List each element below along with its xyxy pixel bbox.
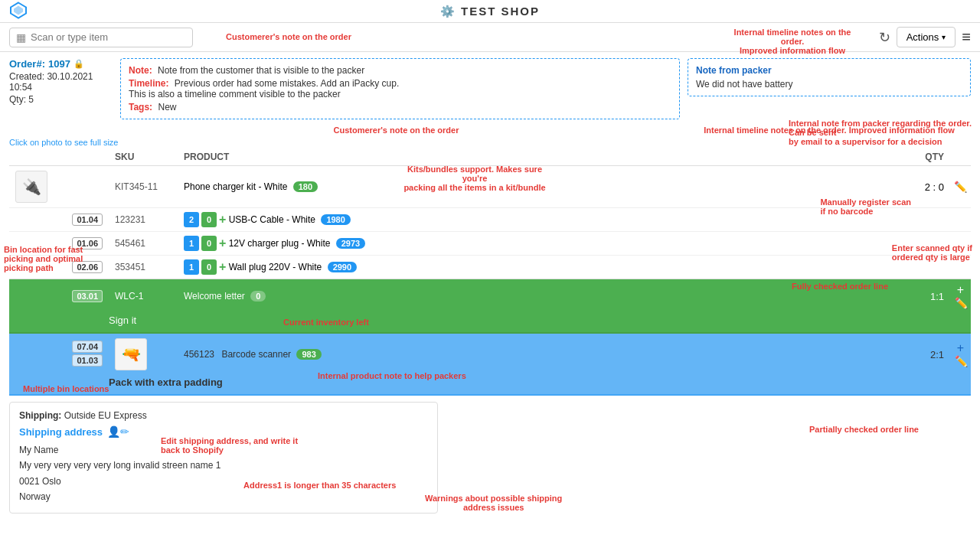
timeline-label: Timeline: [129, 78, 168, 89]
shipping-address-block: My Name My very very very very long inva… [19, 442, 428, 505]
sku-usbc: 123231 [109, 208, 178, 232]
badge-wall: 2990 [328, 262, 357, 272]
plus-usbc[interactable]: + [219, 213, 226, 227]
packer-note-text: We did not have battery [696, 79, 962, 90]
actions-button[interactable]: Actions ▾ [897, 27, 956, 47]
kit-row: 🔌 KIT345-11 Phone charger kit - White 18… [9, 166, 971, 208]
created-label: Created: [9, 71, 44, 82]
kit-name: Phone charger kit - White 180 [178, 166, 889, 208]
qty-zero-wall[interactable]: 0 [201, 259, 217, 275]
kit-thumbnail[interactable]: 🔌 [15, 171, 47, 203]
scan-input[interactable] [31, 31, 186, 43]
packer-note-box: Note from packer We did not have battery [688, 58, 971, 96]
blue-sub-row: Pack with extra padding [9, 375, 971, 395]
qty-packed-wall[interactable]: 1 [184, 259, 199, 275]
badge-welcome: 0 [250, 291, 266, 302]
click-photo-label[interactable]: Click on photo to see full size [9, 138, 971, 147]
order-meta: Order#: 1097 🔒 Created: 30.10.2021 10:54… [9, 58, 113, 105]
tags-text: New [158, 102, 176, 112]
sku-wall: 353451 [109, 256, 178, 279]
blue-row: 07.04 01.03 🔫 456123 Barcode scanner 983… [9, 333, 971, 375]
note-label: Note: [129, 65, 152, 76]
bin1-barcode: 07.04 [72, 341, 103, 353]
refresh-button[interactable]: ↻ [879, 29, 890, 46]
col-qty: QTY [889, 148, 950, 166]
green-sub-row: Sign it [9, 313, 971, 333]
order-number: 1097 [48, 58, 70, 70]
scan-input-wrap: ▦ [9, 28, 193, 47]
timeline-text: Previous order had some mistakes. Add an… [129, 78, 399, 99]
qty-barcode: 2:1 [889, 333, 950, 375]
kit-sku: KIT345-11 [109, 166, 178, 208]
name-barcode: 456123 Barcode scanner 983 [178, 333, 889, 375]
qty-value: 5 [28, 94, 34, 105]
green-row: 03.01 WLC-1 Welcome letter 0 1:1 + ✏️ [9, 279, 971, 314]
qty-zero-12v[interactable]: 0 [201, 236, 217, 251]
badge-12v: 2973 [336, 238, 365, 249]
col-product: PRODUCT [178, 148, 889, 166]
product-table: SKU PRODUCT QTY 🔌 KIT345-11 Phone charge… [9, 148, 971, 396]
col-sku: SKU [109, 148, 178, 166]
edit-address-icon[interactable]: 👤✏ [107, 425, 129, 438]
qty-packed-12v[interactable]: 1 [184, 236, 199, 251]
customer-note-callout: Customerer's note on the order [113, 126, 680, 135]
blue-edit-icon[interactable]: ✏️ [955, 355, 968, 367]
kit-badge: 180 [293, 181, 318, 192]
sku-barcode: 456123 [184, 349, 214, 360]
kit-edit-icon[interactable]: ✏️ [954, 181, 967, 193]
tags-label: Tags: [129, 102, 152, 112]
name-wall: 1 0 + Wall plug 220V - White 2990 [178, 256, 889, 279]
badge-barcode: 983 [296, 349, 321, 360]
barcode-thumb[interactable]: 🔫 [115, 338, 147, 370]
shipping-address-label: Shipping address [19, 426, 103, 438]
shop-icon: ⚙️ [440, 5, 456, 18]
bin-usbc: 01.04 [72, 214, 103, 226]
qty-label: Qty: [9, 94, 26, 105]
bin-welcome: 03.01 [72, 290, 103, 302]
sku-welcome: WLC-1 [109, 279, 178, 314]
bin-wall: 02.06 [72, 261, 103, 273]
shipping-address1: My very very very very long invalid stre… [19, 458, 428, 473]
bin-12v: 01.06 [72, 237, 103, 249]
name-12v: 1 0 + 12V charger plug - White 2973 [178, 232, 889, 256]
bin2-barcode: 01.03 [72, 354, 103, 367]
sub-row-usbc: 01.04 123231 2 0 + USB-C Cable - White 1… [9, 208, 971, 232]
badge-usbc: 1980 [321, 214, 350, 225]
chevron-down-icon: ▾ [942, 33, 946, 41]
note-text: Note from the customer that is visible t… [158, 65, 364, 76]
blue-plus-icon[interactable]: + [957, 341, 964, 354]
header-logo [9, 1, 28, 21]
qty-welcome: 1:1 [889, 279, 950, 314]
shipping-postal: 0021 Oslo [19, 474, 428, 489]
sku-12v: 545461 [109, 232, 178, 256]
sub-row-12v: 01.06 545461 1 0 + 12V charger plug - Wh… [9, 232, 971, 256]
shipping-method: Outside EU Express [64, 410, 147, 421]
menu-icon[interactable]: ≡ [962, 28, 971, 46]
lock-icon: 🔒 [74, 59, 84, 69]
kit-qty: 2 : 0 [889, 166, 950, 208]
header-title: ⚙️ TEST SHOP [440, 5, 540, 18]
plus-wall[interactable]: + [219, 260, 226, 274]
shipping-country: Norway [19, 489, 428, 504]
sub-row-wall: 02.06 353451 1 0 + Wall plug 220V - Whit… [9, 256, 971, 279]
order-number-label: Order#: [9, 58, 45, 70]
name-welcome: Welcome letter 0 [178, 279, 889, 314]
shipping-method-label: Shipping: [19, 410, 61, 421]
name-usbc: 2 0 + USB-C Cable - White 1980 [178, 208, 889, 232]
actions-label: Actions [906, 31, 939, 43]
barcode-icon: ▦ [16, 31, 26, 44]
timeline-callout: Internal timeline notes on the order. Im… [688, 126, 971, 135]
shipping-name: My Name [19, 442, 428, 458]
customer-note-box: Note: Note from the customer that is vis… [120, 58, 680, 119]
plus-12v[interactable]: + [219, 236, 226, 250]
green-edit-icon[interactable]: ✏️ [955, 297, 968, 309]
shipping-section: Shipping: Outside EU Express Shipping ad… [9, 402, 438, 514]
packer-note-label: Note from packer [696, 65, 962, 76]
svg-marker-1 [14, 5, 23, 15]
qty-zero-usbc[interactable]: 0 [201, 212, 217, 227]
green-plus-icon[interactable]: + [957, 283, 964, 296]
qty-packed-usbc[interactable]: 2 [184, 212, 199, 227]
